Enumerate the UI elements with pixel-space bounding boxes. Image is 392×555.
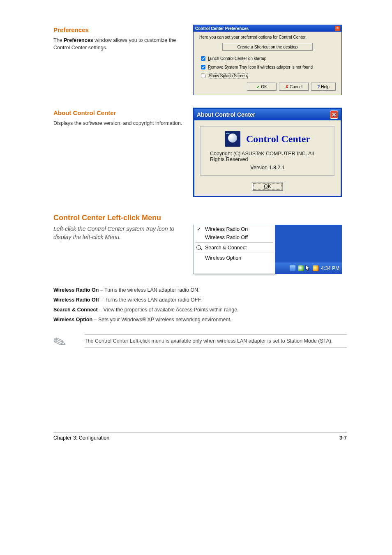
preferences-heading: Preferences	[53, 26, 184, 33]
close-icon[interactable]: ✕	[330, 111, 338, 119]
leftclick-lead: Left-click the Control Center system tra…	[53, 225, 184, 242]
about-dialog: About Control Center ✕ Control Center Co…	[193, 108, 342, 197]
desc-radio-on: Wireless Radio On – Turns the wireless L…	[53, 286, 347, 294]
leftclick-heading: Control Center Left-click Menu	[53, 214, 347, 222]
taskbar: 4:34 PM	[275, 263, 342, 274]
note-text: The Control Center Left-click menu is av…	[85, 338, 347, 344]
product-name: Control Center	[246, 134, 310, 145]
copyright-text: Copyright (C) ASUSTeK COMPUTER INC. All …	[210, 151, 325, 162]
tray-icon[interactable]	[290, 265, 295, 271]
tray-icon[interactable]	[313, 265, 318, 271]
ok-button[interactable]: OK	[252, 182, 283, 191]
about-dialog-title: About Control Center	[197, 111, 255, 118]
splash-checkbox-input[interactable]	[201, 74, 205, 78]
desc-search-connect: Search & Connect – View the properties o…	[53, 306, 347, 313]
desktop-area	[275, 225, 342, 263]
context-menu: Wireless Radio On Wireless Radio Off Sea…	[193, 225, 275, 274]
pen-icon: ✎	[51, 330, 78, 353]
menu-item-search-connect[interactable]: Search & Connect	[194, 244, 275, 252]
desc-wireless-option: Wireless Option – Sets your Windows® XP …	[53, 316, 347, 323]
remove-tray-checkbox[interactable]: Remove System Tray Icon if wireless adap…	[199, 64, 336, 71]
lunch-startup-checkbox[interactable]: Lunch Control Center on startup	[199, 55, 336, 62]
preferences-intro-text: Here you can set your preferred options …	[199, 35, 336, 39]
create-shortcut-button[interactable]: Create a Shortcut on the desktop	[222, 43, 313, 51]
tray-icon[interactable]	[298, 265, 304, 271]
cursor-icon	[306, 265, 310, 271]
about-heading: About Control Center	[53, 109, 184, 116]
menu-item-radio-off[interactable]: Wireless Radio Off	[194, 233, 275, 242]
about-text: Displays the software version, and copyr…	[53, 120, 184, 127]
lunch-startup-label: Lunch Control Center on startup	[208, 56, 266, 61]
footer-chapter: Chapter 3: Configuration	[53, 435, 109, 441]
footer-page: 3-7	[339, 435, 347, 441]
taskbar-time: 4:34 PM	[321, 265, 339, 271]
lunch-startup-checkbox-input[interactable]	[201, 56, 205, 61]
preferences-dialog: Control Center Preferences ✕ Here you ca…	[193, 25, 342, 95]
splash-label: Show Splash Screen	[208, 73, 248, 78]
remove-tray-label: Remove System Tray Icon if wireless adap…	[208, 65, 313, 69]
cancel-button[interactable]: ✗Cancel	[279, 83, 309, 91]
ok-button[interactable]: ✓OK	[247, 83, 277, 91]
version-text: Version 1.8.2.1	[201, 165, 334, 170]
splash-checkbox[interactable]: Show Splash Screen	[199, 72, 336, 79]
close-icon[interactable]: ✕	[335, 26, 340, 31]
menu-item-wireless-option[interactable]: Wireless Option	[194, 254, 275, 262]
menu-item-radio-on[interactable]: Wireless Radio On	[194, 225, 275, 233]
app-icon	[225, 131, 240, 147]
remove-tray-checkbox-input[interactable]	[201, 65, 205, 69]
preferences-dialog-title: Control Center Preferences	[195, 26, 249, 31]
menu-separator	[195, 242, 273, 243]
preferences-text: The Preferences window allows you to cus…	[53, 37, 184, 51]
help-button[interactable]: ?Help	[311, 83, 336, 91]
desc-radio-off: Wireless Radio Off – Turns the wireless …	[53, 296, 347, 304]
menu-separator	[195, 253, 273, 253]
